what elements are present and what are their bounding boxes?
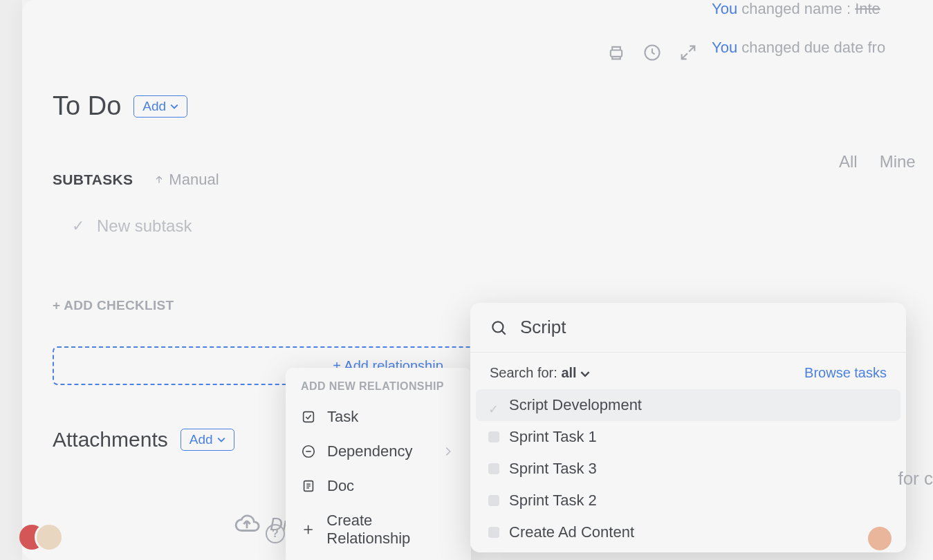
dependency-icon	[301, 444, 316, 459]
check-icon: ✓	[72, 217, 84, 235]
chevron-down-icon	[580, 369, 590, 379]
relationship-menu-header: ADD NEW RELATIONSHIP	[286, 380, 471, 400]
search-icon	[490, 319, 508, 337]
attachments-title: Attachments	[53, 428, 168, 451]
svg-rect-2	[304, 412, 314, 422]
check-icon	[488, 400, 499, 411]
activity-entry: You changed due date fro	[712, 39, 933, 57]
new-subtask-row[interactable]: ✓ New subtask	[53, 216, 723, 236]
chevron-down-icon	[217, 436, 225, 444]
avatar	[35, 523, 64, 552]
presence-avatars	[19, 523, 64, 552]
svg-point-5	[492, 321, 503, 332]
task-search-panel: Search for: all Browse tasks Script Deve…	[470, 303, 906, 552]
truncated-text: for c	[898, 468, 933, 489]
tab-mine[interactable]: Mine	[880, 152, 916, 171]
task-icon	[301, 409, 316, 424]
add-button[interactable]: Add	[133, 95, 187, 118]
search-result[interactable]: Sprint Task 2	[476, 485, 900, 516]
search-result[interactable]: Script Development	[476, 389, 900, 421]
subtasks-header: SUBTASKS	[53, 171, 133, 188]
status-square-icon	[488, 463, 499, 474]
cloud-upload-icon	[234, 511, 260, 537]
chevron-right-icon	[441, 444, 456, 459]
relationship-menu: ADD NEW RELATIONSHIP Task Dependency Doc…	[286, 368, 471, 560]
rel-menu-doc[interactable]: Doc	[286, 469, 471, 503]
search-result[interactable]: Create Ad Content	[476, 516, 900, 548]
rel-menu-create[interactable]: Create Relationship	[286, 503, 471, 556]
new-subtask-placeholder: New subtask	[97, 216, 192, 236]
status-square-icon	[488, 431, 499, 442]
rel-menu-dependency[interactable]: Dependency	[286, 434, 471, 469]
arrow-up-icon	[154, 174, 165, 185]
chevron-down-icon	[170, 102, 178, 111]
plus-icon	[301, 522, 315, 537]
doc-icon	[301, 478, 316, 494]
attachments-add-button[interactable]: Add	[181, 429, 234, 451]
status-square-icon	[488, 495, 499, 506]
help-icon[interactable]: ?	[266, 524, 285, 543]
activity-entry: You changed name : Inte	[712, 0, 933, 18]
search-result[interactable]: Sprint Task 3	[476, 453, 900, 485]
search-scope[interactable]: Search for: all	[490, 365, 590, 381]
task-search-input[interactable]	[520, 317, 887, 338]
status-square-icon	[488, 527, 499, 538]
status-title: To Do	[53, 91, 121, 121]
rel-menu-task[interactable]: Task	[286, 400, 471, 434]
subtasks-sort[interactable]: Manual	[154, 171, 219, 189]
search-result[interactable]: Sprint Task 1	[476, 421, 900, 453]
background-sidebar-strip	[0, 0, 22, 560]
tab-all[interactable]: All	[839, 152, 858, 171]
avatar	[868, 527, 892, 550]
browse-tasks-link[interactable]: Browse tasks	[804, 365, 887, 381]
